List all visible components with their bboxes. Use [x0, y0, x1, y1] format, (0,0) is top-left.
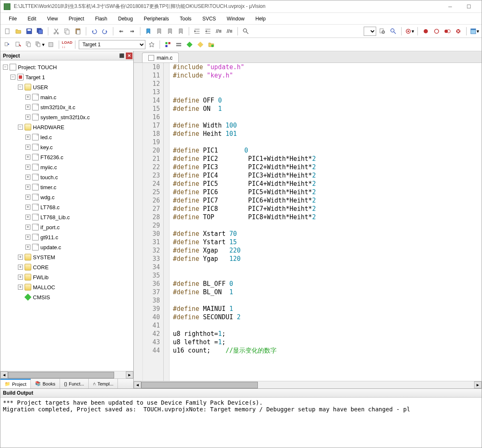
tree-toggle-icon[interactable]: +: [25, 95, 30, 100]
undo-button[interactable]: [90, 27, 99, 36]
find-in-files-button[interactable]: [378, 27, 387, 36]
tree-file-wdg-c[interactable]: +wdg.c: [1, 192, 132, 202]
indent-button[interactable]: [192, 27, 202, 36]
tree-toggle-icon[interactable]: +: [25, 235, 30, 240]
tree-file-LT768_Lib-c[interactable]: +LT768_Lib.c: [1, 212, 132, 222]
bookmark-prev-button[interactable]: [155, 27, 164, 36]
tree-toggle-icon[interactable]: +: [25, 225, 30, 230]
code-line-18[interactable]: #define Heiht 101: [173, 130, 482, 138]
code-line-10[interactable]: #include "update.h": [173, 63, 482, 71]
code-line-44[interactable]: u16 count; //显示变化的数字: [173, 346, 482, 355]
open-file-button[interactable]: [14, 27, 23, 36]
books-button[interactable]: [196, 40, 205, 49]
tree-group-core[interactable]: +CORE: [1, 262, 132, 272]
code-line-43[interactable]: u8 lefthot =1;: [173, 338, 482, 346]
code-line-31[interactable]: #define Ystart 15: [173, 238, 482, 246]
manage-rte-button[interactable]: [163, 40, 172, 49]
code-line-41[interactable]: [173, 321, 482, 330]
select-packs-button[interactable]: [174, 40, 183, 49]
tree-toggle-icon[interactable]: +: [18, 275, 23, 280]
scroll-right-button[interactable]: ►: [126, 371, 133, 378]
menu-svcs[interactable]: SVCS: [197, 14, 221, 23]
code-line-22[interactable]: #define PIC3 PIC2+Width*Heiht*2: [173, 163, 482, 171]
tree-file-system_stm32f10x-c[interactable]: +system_stm32f10x.c: [1, 112, 132, 122]
tree-toggle-icon[interactable]: +: [18, 285, 23, 290]
download-button[interactable]: LOAD↓↓: [62, 40, 72, 49]
tree-toggle-icon[interactable]: +: [25, 245, 30, 250]
rebuild-button[interactable]: [25, 40, 34, 49]
tree-toggle-icon[interactable]: +: [18, 255, 23, 260]
breakpoint-enable-button[interactable]: [432, 27, 441, 36]
panel-tab-templ[interactable]: ⑃Templ...: [89, 379, 118, 388]
tree-file-stm32f10x_it-c[interactable]: +stm32f10x_it.c: [1, 102, 132, 112]
build-output-text[interactable]: *** Project targets have been updated to…: [0, 398, 482, 448]
save-button[interactable]: [25, 27, 34, 36]
find-combo[interactable]: [364, 27, 376, 36]
breakpoint-disable-button[interactable]: [443, 27, 452, 36]
tree-toggle-icon[interactable]: +: [25, 115, 30, 120]
tree-file-myiic-c[interactable]: +myiic.c: [1, 162, 132, 172]
tree-project-root[interactable]: −Project: TOUCH: [1, 62, 132, 72]
menu-flash[interactable]: Flash: [90, 14, 112, 23]
maximize-button[interactable]: ☐: [460, 1, 478, 13]
tree-toggle-icon[interactable]: +: [25, 165, 30, 170]
panel-tab-funct[interactable]: {}Funct...: [60, 379, 89, 388]
code-line-21[interactable]: #define PIC2 PIC1+Width*Heiht*2: [173, 155, 482, 163]
tree-toggle-icon[interactable]: −: [10, 75, 15, 80]
code-line-16[interactable]: [173, 113, 482, 121]
code-line-24[interactable]: #define PIC5 PIC4+Width*Heiht*2: [173, 180, 482, 188]
paste-button[interactable]: [73, 27, 82, 36]
code-line-37[interactable]: #define BL_ON 1: [173, 288, 482, 296]
tree-cmsis[interactable]: CMSIS: [1, 292, 132, 302]
tree-group-system[interactable]: +SYSTEM: [1, 252, 132, 262]
bookmark-next-button[interactable]: [165, 27, 175, 36]
scroll-left-button[interactable]: ◄: [0, 371, 8, 378]
panel-tab-project[interactable]: 📁Project: [0, 379, 31, 388]
code-line-28[interactable]: #define TOP PIC8+Width*Heiht*2: [173, 213, 482, 221]
tree-toggle-icon[interactable]: +: [25, 155, 30, 160]
code-line-36[interactable]: #define BL_OFF 0: [173, 280, 482, 288]
tree-toggle-icon[interactable]: +: [25, 215, 30, 220]
code-line-42[interactable]: u8 righthot=1;: [173, 330, 482, 338]
editor-scroll-left-button[interactable]: ◄: [134, 381, 141, 388]
code-line-39[interactable]: #define MAINUI 1: [173, 305, 482, 313]
bookmark-clear-button[interactable]: [176, 27, 185, 36]
tree-toggle-icon[interactable]: +: [25, 135, 30, 140]
tree-toggle-icon[interactable]: +: [25, 145, 30, 150]
code-line-14[interactable]: #define OFF 0: [173, 96, 482, 105]
panel-pin-button[interactable]: ⬛: [118, 53, 125, 59]
stop-build-button[interactable]: [46, 40, 55, 49]
code-line-25[interactable]: #define PIC6 PIC5+Width*Heiht*2: [173, 188, 482, 196]
outdent-button[interactable]: [203, 27, 212, 36]
cut-button[interactable]: [52, 27, 61, 36]
tree-file-led-c[interactable]: +led.c: [1, 132, 132, 142]
tree-toggle-icon[interactable]: −: [3, 65, 8, 70]
target-options-button[interactable]: [147, 40, 156, 49]
new-file-button[interactable]: [3, 27, 12, 36]
code-line-40[interactable]: #define SECONDUI 2: [173, 313, 482, 321]
menu-tools[interactable]: Tools: [175, 14, 197, 23]
tree-file-update-c[interactable]: +update.c: [1, 242, 132, 252]
window-layout-button[interactable]: ▾: [470, 27, 479, 36]
code-line-33[interactable]: #define Ygap 120: [173, 255, 482, 263]
tree-toggle-icon[interactable]: +: [25, 185, 30, 190]
code-line-12[interactable]: [173, 80, 482, 88]
code-line-35[interactable]: [173, 271, 482, 280]
menu-view[interactable]: View: [42, 14, 63, 23]
code-line-30[interactable]: #define Xstart 70: [173, 230, 482, 238]
tree-toggle-icon[interactable]: +: [25, 195, 30, 200]
incremental-find-button[interactable]: [389, 27, 398, 36]
tree-file-main-c[interactable]: +main.c: [1, 92, 132, 102]
tree-file-FT6236-c[interactable]: +FT6236.c: [1, 152, 132, 162]
menu-help[interactable]: Help: [250, 14, 271, 23]
project-tree[interactable]: −Project: TOUCH−Target 1−USER+main.c+stm…: [0, 60, 133, 371]
redo-button[interactable]: [100, 27, 110, 36]
tree-file-touch-c[interactable]: +touch.c: [1, 172, 132, 182]
code-line-20[interactable]: #define PIC1 0: [173, 146, 482, 155]
tree-file-if_port-c[interactable]: +if_port.c: [1, 222, 132, 232]
tree-toggle-icon[interactable]: +: [25, 175, 30, 180]
menu-edit[interactable]: Edit: [22, 14, 41, 23]
code-line-13[interactable]: [173, 88, 482, 96]
tree-file-gt911-c[interactable]: +gt911.c: [1, 232, 132, 242]
tree-toggle-icon[interactable]: −: [18, 125, 23, 130]
